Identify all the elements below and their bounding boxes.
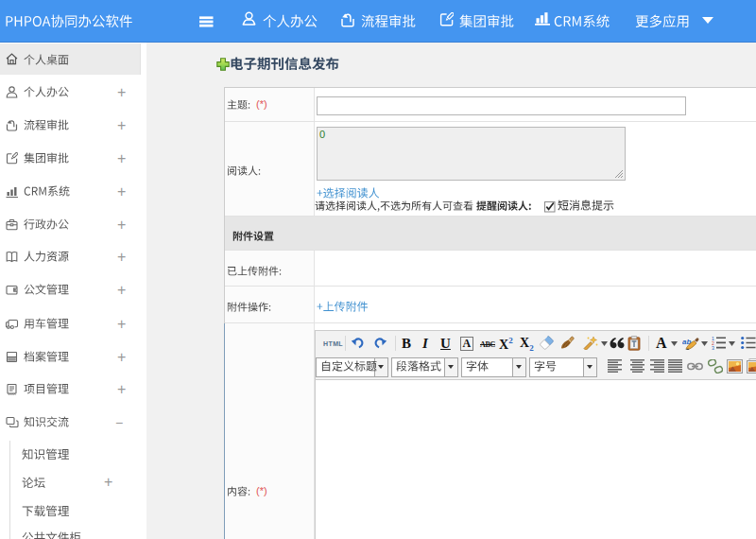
svg-text:3: 3	[712, 345, 714, 350]
